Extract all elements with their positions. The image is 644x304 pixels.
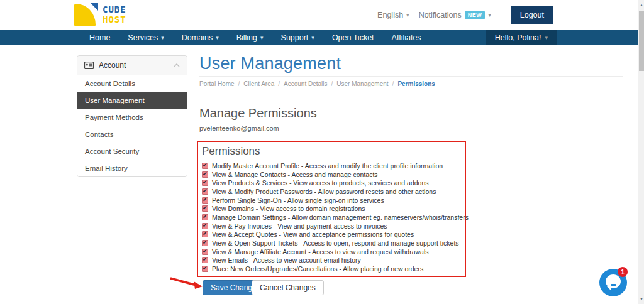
nav-item-label: Support: [281, 33, 309, 42]
caret-down-icon: ▾: [406, 12, 409, 18]
nav-item-label: Affiliates: [392, 33, 421, 42]
logo-line2: HOST: [103, 15, 126, 24]
page-title: User Management: [199, 54, 341, 73]
nav-item-services[interactable]: Services▾: [119, 30, 172, 45]
header-controls: English ▾ Notifications NEW ▾ Logout: [377, 0, 553, 30]
breadcrumb-item-permissions: Permissions: [397, 80, 435, 87]
user-email: pvelenteenko@gmail.com: [199, 124, 279, 132]
permission-checkbox[interactable]: [202, 257, 208, 263]
breadcrumb-separator: /: [392, 80, 394, 87]
live-chat-button[interactable]: 1: [599, 269, 627, 296]
id-card-icon: [84, 62, 94, 69]
cancel-changes-button[interactable]: Cancel Changes: [252, 280, 324, 295]
permission-row: View & Pay Invoices - View and payment a…: [202, 222, 461, 231]
scroll-up-icon[interactable]: ▲: [638, 3, 644, 7]
manage-permissions-title: Manage Permissions: [199, 106, 317, 121]
sidebar-item-account-security[interactable]: Account Security: [77, 143, 187, 160]
chevron-up-icon: [174, 63, 180, 67]
permission-checkbox[interactable]: [202, 231, 208, 237]
nav-item-domains[interactable]: Domains▾: [173, 30, 228, 45]
permission-row: View & Modify Product Passwords - Allow …: [202, 187, 461, 196]
permissions-list: Modify Master Account Profile - Access a…: [202, 161, 461, 273]
scrollbar-thumb[interactable]: [639, 11, 644, 71]
permission-label: View & Accept Quotes - View and acceptan…: [212, 231, 414, 238]
permission-checkbox[interactable]: [202, 214, 208, 220]
permission-checkbox[interactable]: [202, 223, 208, 229]
permission-checkbox[interactable]: [202, 266, 208, 272]
nav-item-label: Services: [128, 33, 158, 42]
permission-row: Manage Domain Settings - Allow domain ma…: [202, 213, 461, 222]
client-area-page: CUBE HOST English ▾ Notifications NEW ▾ …: [0, 0, 644, 304]
cubehost-logo-icon: [74, 3, 98, 26]
logo-line1: CUBE: [103, 5, 126, 14]
language-dropdown[interactable]: English ▾: [377, 11, 409, 19]
sidebar-items: Account DetailsUser ManagementPayment Me…: [77, 75, 187, 176]
sidebar-item-account-details[interactable]: Account Details: [77, 75, 187, 92]
notifications-dropdown[interactable]: Notifications NEW ▾: [419, 11, 491, 19]
new-badge: NEW: [465, 11, 486, 19]
user-menu-label: Hello, Polina!: [495, 33, 541, 42]
annotation-arrow-icon: [169, 274, 205, 292]
caret-down-icon: ▾: [260, 35, 264, 41]
permission-label: Modify Master Account Profile - Access a…: [212, 162, 443, 170]
permission-label: View Products & Services - View access t…: [212, 179, 429, 187]
caret-down-icon: ▾: [311, 35, 314, 41]
permission-label: View & Manage Affiliate Account - Access…: [212, 248, 429, 256]
breadcrumb-item-portal-home[interactable]: Portal Home: [199, 80, 235, 87]
permission-row: View & Accept Quotes - View and acceptan…: [202, 231, 461, 239]
permission-row: View Domains - View access to domain reg…: [202, 204, 461, 213]
permission-row: Modify Master Account Profile - Access a…: [202, 161, 461, 170]
breadcrumb-item-account-details[interactable]: Account Details: [284, 80, 327, 87]
permission-label: Place New Orders/Upgrades/Cancellations …: [212, 265, 423, 273]
sidebar-item-contacts[interactable]: Contacts: [77, 126, 187, 143]
chat-bubble-mouth: [611, 284, 616, 286]
sidebar-item-payment-methods[interactable]: Payment Methods: [77, 109, 187, 126]
account-sidebar: Account Account DetailsUser ManagementPa…: [77, 55, 187, 177]
caret-down-icon: ▾: [545, 35, 548, 41]
permission-row: Perform Single Sign-On - Allow single si…: [202, 196, 461, 205]
permission-label: View & Pay Invoices - View and payment a…: [212, 222, 387, 230]
nav-item-open-ticket[interactable]: Open Ticket: [323, 30, 383, 45]
header-divider: [501, 6, 501, 24]
nav-item-label: Billing: [236, 33, 257, 42]
main-navbar: HomeServices▾Domains▾Billing▾Support▾Ope…: [0, 30, 638, 45]
permission-row: View Products & Services - View access t…: [202, 178, 461, 187]
nav-item-affiliates[interactable]: Affiliates: [383, 30, 430, 45]
nav-item-billing[interactable]: Billing▾: [228, 30, 272, 45]
breadcrumb-separator: /: [278, 80, 280, 87]
caret-down-icon: ▾: [488, 12, 491, 18]
nav-item-support[interactable]: Support▾: [272, 30, 323, 45]
breadcrumb: Portal Home/Client Area/Account Details/…: [199, 80, 435, 87]
nav-item-home[interactable]: Home: [80, 30, 119, 45]
chat-bubble-tail: [607, 286, 611, 291]
scroll-down-icon[interactable]: ▼: [638, 297, 644, 301]
sidebar-header-account[interactable]: Account: [77, 56, 187, 75]
permission-checkbox[interactable]: [202, 197, 208, 204]
vertical-scrollbar[interactable]: ▲ ▼: [638, 0, 644, 304]
permission-row: Place New Orders/Upgrades/Cancellations …: [202, 264, 461, 273]
nav-item-label: Home: [89, 33, 110, 42]
permission-checkbox[interactable]: [202, 249, 208, 255]
nav-item-label: Open Ticket: [332, 33, 374, 42]
breadcrumb-item-user-management[interactable]: User Management: [336, 80, 388, 87]
permission-label: View & Modify Product Passwords - Allow …: [212, 188, 436, 195]
permission-checkbox[interactable]: [202, 180, 208, 186]
permission-checkbox[interactable]: [202, 240, 208, 246]
cubehost-logo[interactable]: CUBE HOST: [74, 3, 126, 26]
permission-label: View Emails - Access to view account ema…: [212, 256, 361, 264]
sidebar-item-user-management[interactable]: User Management: [77, 92, 187, 109]
permission-checkbox[interactable]: [202, 188, 208, 195]
permission-checkbox[interactable]: [202, 205, 208, 212]
logout-button[interactable]: Logout: [511, 6, 553, 24]
user-menu-dropdown[interactable]: Hello, Polina! ▾: [486, 30, 557, 45]
permission-checkbox[interactable]: [202, 171, 208, 178]
permission-row: View & Open Support Tickets - Access to …: [202, 239, 461, 247]
chat-unread-badge: 1: [618, 267, 628, 277]
permissions-heading: Permissions: [202, 145, 461, 158]
permission-checkbox[interactable]: [202, 163, 208, 169]
logo-text: CUBE HOST: [103, 5, 126, 24]
permission-label: View & Manage Contacts - Access and mana…: [212, 171, 378, 178]
sidebar-item-email-history[interactable]: Email History: [77, 160, 187, 176]
breadcrumb-item-client-area[interactable]: Client Area: [243, 80, 274, 87]
caret-down-icon: ▾: [216, 35, 219, 41]
